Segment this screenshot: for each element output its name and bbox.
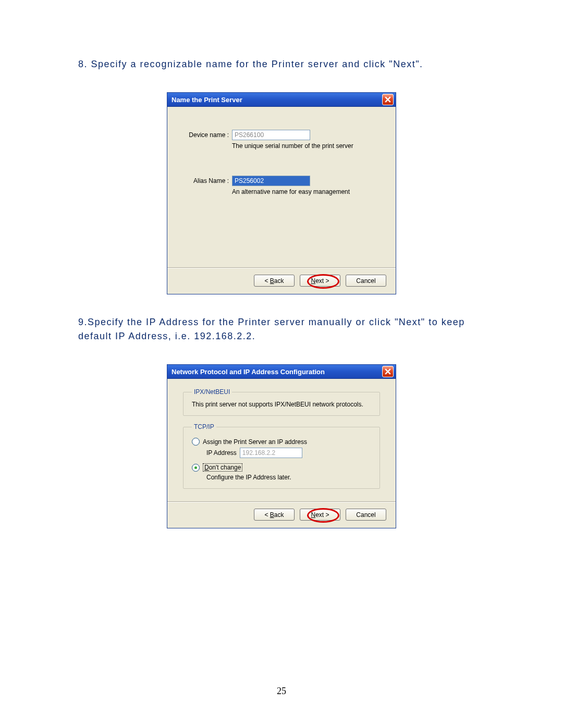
dialog-titlebar: Network Protocol and IP Address Configur… bbox=[167, 365, 396, 379]
back-button[interactable]: < Back bbox=[254, 509, 295, 521]
device-name-label: Device name : bbox=[179, 130, 232, 139]
name-print-server-dialog: Name the Print Server Device name : The … bbox=[167, 92, 396, 294]
step-8-instruction: 8. Specify a recognizable name for the P… bbox=[78, 57, 485, 71]
assign-ip-radio[interactable]: Assign the Print Server an IP address bbox=[192, 438, 371, 446]
page-number: 25 bbox=[0, 686, 563, 697]
close-icon[interactable] bbox=[382, 366, 394, 377]
dialog-title: Name the Print Server bbox=[172, 96, 382, 104]
network-config-dialog: Network Protocol and IP Address Configur… bbox=[167, 364, 396, 528]
dialog-titlebar: Name the Print Server bbox=[167, 93, 396, 107]
cancel-button[interactable]: Cancel bbox=[346, 275, 386, 287]
ipx-netbeui-legend: IPX/NetBEUI bbox=[192, 388, 232, 396]
dialog-title: Network Protocol and IP Address Configur… bbox=[172, 368, 382, 376]
assign-ip-label: Assign the Print Server an IP address bbox=[203, 438, 307, 446]
ip-address-label: IP Address bbox=[206, 449, 237, 456]
step-9-instruction: 9.Specify the IP Address for the Printer… bbox=[78, 315, 485, 343]
tcpip-legend: TCP/IP bbox=[192, 423, 216, 430]
alias-name-hint: An alternative name for easy management bbox=[232, 188, 384, 195]
tcpip-group: TCP/IP Assign the Print Server an IP add… bbox=[183, 423, 380, 489]
ipx-netbeui-note: This print server not supports IPX/NetBE… bbox=[192, 401, 371, 408]
dont-change-radio[interactable]: Don't change bbox=[192, 463, 371, 472]
dont-change-label: Don't change bbox=[203, 463, 242, 472]
dont-change-note: Configure the IP Address later. bbox=[206, 474, 371, 481]
back-button[interactable]: < Back bbox=[254, 275, 295, 287]
alias-name-label: Alias Name : bbox=[179, 176, 232, 184]
close-icon[interactable] bbox=[382, 94, 394, 105]
cancel-button[interactable]: Cancel bbox=[346, 509, 386, 521]
alias-name-field[interactable] bbox=[232, 176, 310, 186]
ip-address-field bbox=[240, 448, 302, 458]
next-button[interactable]: Next > bbox=[300, 509, 340, 521]
device-name-field bbox=[232, 130, 310, 140]
radio-icon bbox=[192, 464, 200, 472]
device-name-hint: The unique serial number of the print se… bbox=[232, 142, 384, 150]
next-button[interactable]: Next > bbox=[300, 275, 340, 287]
ipx-netbeui-group: IPX/NetBEUI This print server not suppor… bbox=[183, 388, 380, 416]
radio-icon bbox=[192, 438, 200, 446]
